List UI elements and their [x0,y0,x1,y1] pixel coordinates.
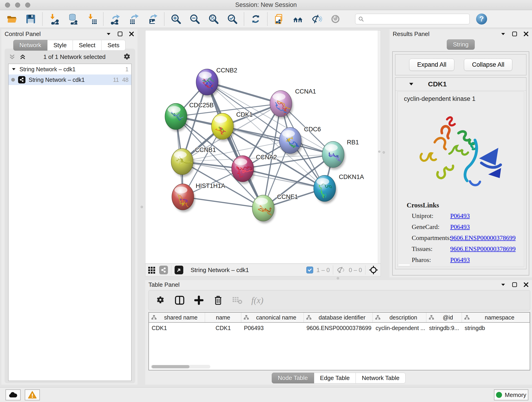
add-column-icon[interactable] [194,295,204,306]
network-graph[interactable]: CCNB2CCNA1CDC25BCDK1CDC6RB1CCNB1CCNA2CDK… [146,31,378,263]
save-session-icon[interactable] [25,13,37,25]
delete-column-icon[interactable] [213,295,223,306]
cell-description[interactable]: cyclin-dependent ... [373,325,426,332]
panel-menu-icon[interactable] [500,31,506,37]
show-hide-icon[interactable] [311,13,323,25]
table-settings-gear-icon[interactable] [155,295,166,306]
export-table-icon[interactable] [128,13,140,25]
tab-sets[interactable]: Sets [101,40,126,51]
tab-network[interactable]: Network [13,40,47,51]
crosslink-compartments-link[interactable]: 9606.ENSP00000378699 [450,234,515,242]
network-node-RB1[interactable]: RB1 [322,139,359,170]
search-field[interactable] [355,14,470,24]
table-row[interactable]: CDK1 CDK1 P06493 9606.ENSP00000378699 cy… [149,323,530,333]
float-panel-icon[interactable] [512,31,517,37]
crosslink-pharos-link[interactable]: P06493 [450,256,470,264]
network-node-CCNE1[interactable]: CCNE1 [252,193,298,223]
cell-shared-name[interactable]: CDK1 [149,325,205,332]
crosslink-uniprot-link[interactable]: P06493 [450,212,470,220]
open-session-icon[interactable] [6,13,18,25]
expand-all-button[interactable]: Expand All [409,59,455,71]
tab-style[interactable]: Style [47,40,73,51]
cell-canonical-name[interactable]: P06493 [241,325,304,332]
column-header[interactable]: namespace [472,314,527,321]
collapse-triangle-icon[interactable] [11,67,16,72]
panel-menu-icon[interactable] [500,282,506,287]
search-input[interactable] [366,16,467,22]
import-table-file-icon[interactable] [86,13,98,25]
selected-checkbox[interactable] [306,267,313,274]
zoom-in-icon[interactable] [170,13,182,25]
tab-node-table[interactable]: Node Table [272,373,314,383]
zoom-fit-icon[interactable] [208,13,220,25]
tab-edge-table[interactable]: Edge Table [314,373,356,383]
network-node-CDKN1A[interactable]: CDKN1A [314,173,364,204]
network-node-CCNA1[interactable]: CCNA1 [270,88,316,119]
float-panel-icon[interactable] [117,31,123,37]
expand-all-icon[interactable] [19,53,26,60]
zoom-out-icon[interactable] [189,13,201,25]
cell-namespace[interactable]: stringdb [462,325,530,332]
close-panel-icon[interactable] [523,31,529,37]
close-panel-icon[interactable] [523,282,529,287]
gear-icon[interactable] [123,53,131,61]
refresh-icon[interactable] [250,13,262,25]
collapse-all-icon[interactable] [9,53,16,60]
fit-selected-icon[interactable] [369,265,378,275]
entry-collapse-icon[interactable] [408,81,414,87]
collapse-all-button[interactable]: Collapse All [464,59,512,71]
column-header[interactable]: canonical name [251,314,301,321]
export-image-icon[interactable] [147,13,158,25]
table-horizontal-scrollbar[interactable] [151,365,210,369]
window-close-button[interactable] [5,2,10,7]
birds-eye-view-icon[interactable] [175,266,183,274]
node-table[interactable]: shared name name canonical name database… [148,312,530,370]
column-header[interactable]: description [383,314,424,321]
network-node-CCNB2[interactable]: CCNB2 [196,67,237,97]
crosslink-genecard-link[interactable]: P06493 [450,223,470,230]
zoom-selected-icon[interactable] [226,13,238,25]
cloud-button[interactable] [6,389,21,400]
cell-id[interactable]: stringdb:9... [426,325,462,332]
results-scrollbar[interactable] [398,264,410,266]
column-header[interactable]: name [207,314,239,321]
cell-name[interactable]: CDK1 [205,325,241,332]
highlight-icon[interactable] [329,13,341,25]
tab-network-table[interactable]: Network Table [356,373,405,383]
canvas-right-splitter[interactable] [378,31,380,263]
warnings-button[interactable] [25,389,40,400]
grid-mode-icon[interactable] [148,266,156,274]
show-columns-icon[interactable] [174,295,185,306]
network-share-icon[interactable] [159,266,168,274]
memory-button[interactable]: Memory [494,389,528,400]
column-header[interactable]: database identifier [314,314,370,321]
window-zoom-button[interactable] [25,2,30,7]
import-network-database-icon[interactable] [67,13,79,25]
network-canvas[interactable]: CCNB2CCNA1CDC25BCDK1CDC6RB1CCNB1CCNA2CDK… [145,30,381,264]
cell-database-identifier[interactable]: 9606.ENSP00000378699 [304,325,373,332]
export-network-icon[interactable] [109,13,121,25]
column-header[interactable]: shared name [159,314,203,321]
network-node-CDK1[interactable]: CDK1 [211,111,253,141]
help-icon[interactable]: ? [476,13,487,25]
close-panel-icon[interactable] [129,31,134,37]
bottom-splitter-handle[interactable] [337,277,339,279]
panel-menu-icon[interactable] [106,31,111,37]
float-panel-icon[interactable] [512,282,517,287]
network-collection-row[interactable]: String Network – cdk1 1 [8,64,131,75]
tab-select[interactable]: Select [73,40,101,51]
network-node-HIST1H1A[interactable]: HIST1H1A [172,182,225,212]
function-builder-icon[interactable]: f(x) [251,295,264,305]
right-splitter-handle[interactable] [383,151,385,153]
window-minimize-button[interactable] [15,2,20,7]
network-row[interactable]: String Network – cdk1 11 48 [8,75,131,85]
tab-string[interactable]: String [447,39,475,50]
network-node-CDC6[interactable]: CDC6 [279,126,321,156]
crosslink-tissues-link[interactable]: 9606.ENSP00000378699 [450,245,515,253]
left-splitter-handle[interactable] [141,206,143,208]
column-header[interactable]: @id [437,314,459,321]
first-neighbors-icon[interactable] [292,13,304,25]
delete-table-icon[interactable] [232,295,243,306]
duplicate-network-icon[interactable] [273,13,285,25]
import-network-file-icon[interactable] [48,13,60,25]
